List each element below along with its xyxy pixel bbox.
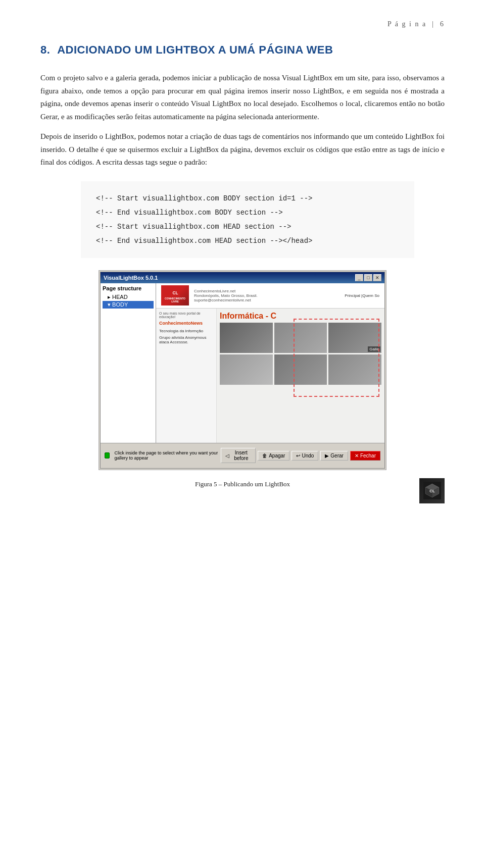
code-line-3: <!-- Start visuallightbox.com HEAD secti… xyxy=(96,220,399,234)
gallery-grid: Galle xyxy=(220,323,381,385)
page-number: P á g i n a | 6 xyxy=(387,20,445,28)
insert-icon: ◁ xyxy=(225,453,229,458)
gallery-item-3: Galle xyxy=(328,323,381,353)
gallery-item-2 xyxy=(274,323,327,353)
vlb-titlebar: VisualLightBox 5.0.1 _ □ ✕ xyxy=(101,272,384,283)
fechar-button[interactable]: ✕ Fechar xyxy=(350,451,380,461)
chapter-title: 8. ADICIONADO UM LIGHTBOX A UMÁ PÁGINA W… xyxy=(40,43,445,57)
apagar-label: Apagar xyxy=(269,453,285,458)
gerar-label: Gerar xyxy=(330,453,344,458)
code-line-1: <!-- Start visuallightbox.com BODY secti… xyxy=(96,191,399,206)
sidebar-item-head[interactable]: ▸ HEAD xyxy=(103,293,154,301)
footer-cl-icon: CL xyxy=(423,482,441,499)
code-block: <!-- Start visuallightbox.com BODY secti… xyxy=(81,181,414,258)
paragraph-2: Depois de inserido o LightBox, podemos n… xyxy=(40,130,445,169)
insert-before-label: Insert before xyxy=(231,450,251,461)
code-line-2: <!-- End visuallightbox.com BODY section… xyxy=(96,206,399,220)
vlb-titlebar-buttons: _ □ ✕ xyxy=(355,274,381,281)
gerar-icon: ▶ xyxy=(325,453,329,458)
footer-logo: CL xyxy=(419,478,445,503)
wp-logo: CL CONHECIMENTO LIVRE xyxy=(161,285,189,305)
figure-screenshot: VisualLightBox 5.0.1 _ □ ✕ Page structur… xyxy=(99,270,386,470)
vlb-bottom-bar: Click inside the page to select where yo… xyxy=(101,443,384,468)
gallery-item-4 xyxy=(220,354,273,385)
wp-header: CL CONHECIMENTO LIVRE ConhecimentoLivre.… xyxy=(156,283,384,309)
close-button[interactable]: ✕ xyxy=(373,274,381,281)
minimize-button[interactable]: _ xyxy=(355,274,363,281)
undo-button[interactable]: ↩ Undo xyxy=(292,451,318,461)
wp-header-info: ConhecimentoLivre.netRondonópolis, Mato … xyxy=(194,289,258,302)
svg-text:CL: CL xyxy=(172,291,178,295)
vlb-content: CL CONHECIMENTO LIVRE ConhecimentoLivre.… xyxy=(156,283,384,443)
wp-left-sidebar: O seu mais novo portal de educação! Conh… xyxy=(156,309,217,443)
wp-section-item-2: Grupo ativista Anonymous ataca Accessse. xyxy=(159,334,213,345)
webpage-preview: CL CONHECIMENTO LIVRE ConhecimentoLivre.… xyxy=(156,283,384,443)
cl-logo-icon: CL xyxy=(171,288,180,297)
gallery-item-6 xyxy=(328,354,381,385)
wp-section-title: ConhecimentoNews xyxy=(159,321,213,326)
svg-text:CL: CL xyxy=(429,489,435,493)
wp-tagline: O seu mais novo portal de educação! xyxy=(159,312,213,319)
fechar-label: Fechar xyxy=(360,453,376,458)
wp-section-item-1: Tecnologia da Informção xyxy=(159,328,213,334)
vlb-body: Page structure ▸ HEAD ▾ BODY C xyxy=(101,283,384,443)
gallery-item-1 xyxy=(220,323,273,353)
gallery-item-5 xyxy=(274,354,327,385)
gerar-button[interactable]: ▶ Gerar xyxy=(320,451,348,461)
gallery-label: Galle xyxy=(368,346,380,352)
maximize-button[interactable]: □ xyxy=(364,274,372,281)
undo-label: Undo xyxy=(302,453,314,458)
footer-logo-box: CL xyxy=(419,478,445,503)
sidebar-item-body[interactable]: ▾ BODY xyxy=(103,301,154,309)
status-indicator xyxy=(105,452,110,458)
vlb-title-text: VisualLightBox 5.0.1 xyxy=(104,275,158,281)
code-line-4: <!-- End visuallightbox.com HEAD section… xyxy=(96,234,399,248)
wp-nav: Principal |Quem So xyxy=(345,293,379,298)
insert-before-button[interactable]: ◁ Insert before xyxy=(221,448,256,463)
fechar-icon: ✕ xyxy=(355,453,359,458)
apagar-icon: 🗑 xyxy=(262,453,267,458)
vlb-sidebar: Page structure ▸ HEAD ▾ BODY xyxy=(101,283,156,443)
wp-page-title: Informática - C xyxy=(220,312,381,321)
undo-icon: ↩ xyxy=(296,453,300,458)
figure-caption: Figura 5 – Publicando um LightBox xyxy=(40,480,445,488)
page-header: P á g i n a | 6 xyxy=(40,20,445,28)
wp-right-content: Informática - C Galle xyxy=(217,309,384,443)
wp-main: O seu mais novo portal de educação! Conh… xyxy=(156,309,384,443)
sidebar-title: Page structure xyxy=(103,285,154,291)
logo-text: CONHECIMENTO LIVRE xyxy=(161,297,189,303)
hint-text: Click inside the page to select where yo… xyxy=(115,450,219,461)
paragraph-1: Com o projeto salvo e a galeria gerada, … xyxy=(40,72,445,123)
apagar-button[interactable]: 🗑 Apagar xyxy=(258,451,289,461)
